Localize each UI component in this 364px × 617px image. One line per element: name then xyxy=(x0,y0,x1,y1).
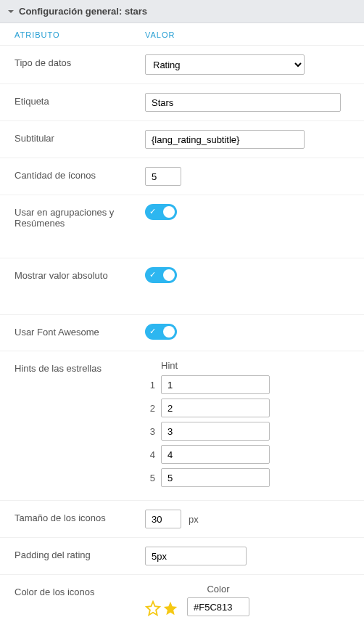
input-padding[interactable] xyxy=(145,547,247,565)
toggle-knob xyxy=(163,206,175,218)
input-hint-4[interactable] xyxy=(161,445,270,464)
col-attribute: ATRIBUTO xyxy=(15,30,145,39)
row-font-awesome: Usar Font Awesome ✓ xyxy=(0,314,364,351)
hints-header: Hint xyxy=(145,360,349,371)
check-icon: ✓ xyxy=(149,207,156,216)
col-value: VALOR xyxy=(145,30,175,39)
row-padding: Padding del rating xyxy=(0,537,364,574)
hint-row: 5 xyxy=(145,468,349,487)
check-icon: ✓ xyxy=(149,327,156,336)
toggle-knob xyxy=(163,269,175,281)
toggle-show-abs[interactable]: ✓ xyxy=(145,267,177,283)
star-filled-icon xyxy=(162,600,178,616)
row-icon-size: Tamaño de los iconos px xyxy=(0,500,364,537)
label-font-awesome: Usar Font Awesome xyxy=(15,324,145,338)
input-icon-count[interactable] xyxy=(145,167,181,186)
hint-index: 5 xyxy=(145,473,155,483)
panel-title: Configuración general: stars xyxy=(19,6,147,17)
hint-row: 3 xyxy=(145,422,349,441)
input-hint-2[interactable] xyxy=(161,399,270,417)
hint-row: 2 xyxy=(145,399,349,417)
input-hint-3[interactable] xyxy=(161,422,270,441)
input-subtitle[interactable] xyxy=(145,130,305,149)
hint-index: 3 xyxy=(145,426,155,437)
input-hint-5[interactable] xyxy=(161,468,270,487)
toggle-use-group[interactable]: ✓ xyxy=(145,204,177,220)
toggle-font-awesome[interactable]: ✓ xyxy=(145,324,177,340)
row-icon-count: Cantidad de íconos xyxy=(0,158,364,195)
color-col-label: Color xyxy=(187,584,249,594)
label-color: Color de los iconos xyxy=(15,584,145,597)
star-preview xyxy=(145,600,178,616)
unit-label: px xyxy=(189,514,199,525)
input-icon-size[interactable] xyxy=(145,510,181,528)
label-icon-size: Tamaño de los iconos xyxy=(15,510,145,523)
input-etiqueta[interactable] xyxy=(145,93,341,112)
row-hints: Hints de las estrellas Hint 1 2 3 4 5 xyxy=(0,351,364,500)
label-icon-count: Cantidad de íconos xyxy=(15,167,145,181)
row-use-group: Usar en agrupaciones y Resúmenes ✓ xyxy=(0,195,364,258)
row-show-abs: Mostrar valor absoluto ✓ xyxy=(0,258,364,314)
toggle-knob xyxy=(163,326,175,338)
star-outline-icon xyxy=(145,600,161,616)
row-subtitle: Subtitular xyxy=(0,120,364,158)
check-icon: ✓ xyxy=(149,270,156,279)
column-headers: ATRIBUTO VALOR xyxy=(0,23,364,45)
hint-index: 1 xyxy=(145,380,155,391)
label-subtitle: Subtitular xyxy=(15,130,145,144)
input-color[interactable] xyxy=(187,597,249,616)
label-padding: Padding del rating xyxy=(15,547,145,560)
select-data-type[interactable]: Rating xyxy=(145,54,305,75)
config-panel: Configuración general: stars ATRIBUTO VA… xyxy=(0,0,364,617)
row-etiqueta: Etiqueta xyxy=(0,83,364,120)
label-etiqueta: Etiqueta xyxy=(15,93,145,107)
row-color: Color de los iconos Color xyxy=(0,574,364,617)
row-data-type: Tipo de datos Rating xyxy=(0,45,364,83)
hint-row: 1 xyxy=(145,375,349,394)
label-show-abs: Mostrar valor absoluto xyxy=(15,267,145,281)
label-data-type: Tipo de datos xyxy=(15,54,145,68)
label-use-group: Usar en agrupaciones y Resúmenes xyxy=(15,204,145,229)
hint-index: 4 xyxy=(145,449,155,460)
panel-header[interactable]: Configuración general: stars xyxy=(0,0,364,23)
label-hints: Hints de las estrellas xyxy=(15,360,145,374)
input-hint-1[interactable] xyxy=(161,375,270,394)
hint-index: 2 xyxy=(145,403,155,414)
collapse-icon xyxy=(7,8,15,15)
hint-row: 4 xyxy=(145,445,349,464)
